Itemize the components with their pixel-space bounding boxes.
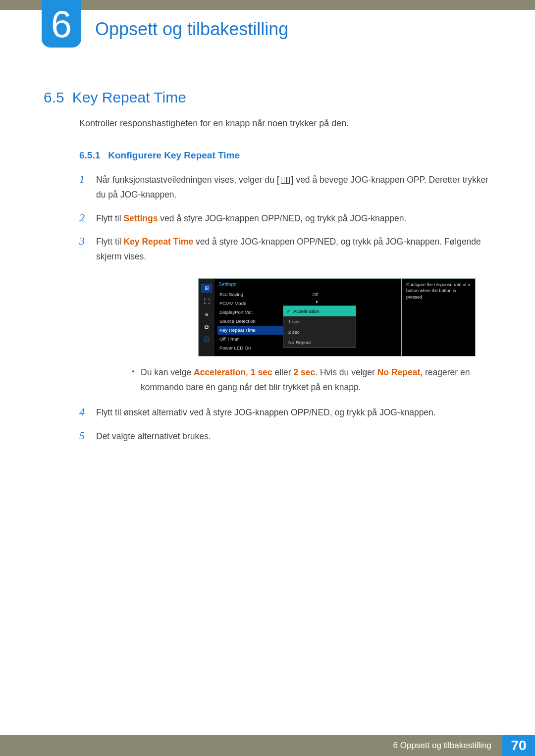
menu-icon xyxy=(281,177,290,184)
bullet-a: Du kan velge xyxy=(141,367,194,377)
subsection-number: 6.5.1 xyxy=(79,150,100,161)
note-bullet: ● Du kan velge Acceleration, 1 sec eller… xyxy=(132,365,495,395)
osd-description: Configure the response rate of a button … xyxy=(401,279,475,356)
osd-item-powerled: Power LED On xyxy=(217,344,291,353)
step-2-text-a: Flytt til xyxy=(96,213,123,223)
step-1-text-a: Når funksjonstastveiledningen vises, vel… xyxy=(96,175,279,185)
footer-text: 6 Oppsett og tilbakestilling xyxy=(393,741,491,751)
step-1: 1 Når funksjonstastveiledningen vises, v… xyxy=(79,173,495,202)
step-3-bold: Key Repeat Time xyxy=(123,237,193,247)
osd-menu-title: Settings xyxy=(218,282,294,287)
osd-value-off: Off xyxy=(294,292,319,297)
step-3-text: Flytt til Key Repeat Time ved å styre JO… xyxy=(96,235,495,264)
osd-popup-1sec: 1 sec xyxy=(283,316,356,327)
bullet-b2: 1 sec xyxy=(251,367,272,377)
bullet-b1: Acceleration xyxy=(194,367,246,377)
osd-popup: Acceleration 1 sec 2 sec No Repeat xyxy=(283,305,356,348)
step-2: 2 Flytt til Settings ved å styre JOG-kna… xyxy=(79,211,495,226)
section-heading: 6.5 Key Repeat Time xyxy=(44,89,495,106)
osd-item-krt: Key Repeat Time xyxy=(217,326,291,335)
osd-item-dp: DisplayPort Ver. xyxy=(217,308,291,317)
bullet-c: . Hvis du velger xyxy=(315,367,377,377)
step-list: 1 Når funksjonstastveiledningen vises, v… xyxy=(79,173,495,444)
resize-icon: ⛶ xyxy=(203,298,211,305)
step-2-bold: Settings xyxy=(123,213,158,223)
osd-sidebar: 🖥 ⛶ ≡ ✿ ⓘ xyxy=(199,279,214,356)
monitor-icon: 🖥 xyxy=(201,284,212,293)
step-4-text: Flytt til ønsket alternativ ved å styre … xyxy=(96,405,436,420)
step-2-text-b: ved å styre JOG-knappen OPP/NED, og tryk… xyxy=(158,213,406,223)
osd-item-offtimer: Off Timer xyxy=(217,335,291,344)
subsection-heading: 6.5.1 Konfigurere Key Repeat Time xyxy=(79,150,495,161)
info-icon: ⓘ xyxy=(203,336,211,344)
osd-popup-2sec: 2 sec xyxy=(283,327,356,337)
list-icon: ≡ xyxy=(203,310,211,318)
content: 6.5 Key Repeat Time Kontroller responsha… xyxy=(44,89,495,453)
step-4: 4 Flytt til ønsket alternativ ved å styr… xyxy=(79,405,495,420)
osd-item-source: Source Detection xyxy=(217,317,291,326)
bullet-comma: , xyxy=(246,367,251,377)
subsection-title: Konfigurere Key Repeat Time xyxy=(108,150,240,161)
step-2-number: 2 xyxy=(79,211,88,224)
step-5: 5 Det valgte alternativet brukes. xyxy=(79,429,495,444)
chapter-title: Oppsett og tilbakestilling xyxy=(95,19,288,40)
bullet-icon: ● xyxy=(132,365,135,395)
step-3: 3 Flytt til Key Repeat Time ved å styre … xyxy=(79,235,495,264)
gear-icon: ✿ xyxy=(203,323,211,331)
bullet-b3: 2 sec xyxy=(293,367,315,377)
bullet-text: Du kan velge Acceleration, 1 sec eller 2… xyxy=(141,365,495,395)
step-4-number: 4 xyxy=(79,405,88,418)
footer-band: 6 Oppsett og tilbakestilling 70 xyxy=(0,735,535,756)
step-3-number: 3 xyxy=(79,235,88,248)
step-5-number: 5 xyxy=(79,429,88,442)
intro-text: Kontroller responshastigheten for en kna… xyxy=(79,117,495,130)
osd-item-pcav: PC/AV Mode xyxy=(217,299,291,308)
step-1-text: Når funksjonstastveiledningen vises, vel… xyxy=(96,173,495,202)
step-2-text: Flytt til Settings ved å styre JOG-knapp… xyxy=(96,211,406,226)
osd-main: Settings Eco Saving PC/AV Mode DisplayPo… xyxy=(214,279,401,356)
osd-value-arrow: ▸ xyxy=(294,299,319,304)
section-title: Key Repeat Time xyxy=(72,89,186,106)
osd-menu: Settings Eco Saving PC/AV Mode DisplayPo… xyxy=(214,282,294,356)
chapter-tab: 6 xyxy=(42,0,81,48)
osd-item-eco: Eco Saving xyxy=(217,290,291,299)
step-1-number: 1 xyxy=(79,173,88,186)
osd-popup-accel: Acceleration xyxy=(283,306,356,316)
osd-popup-norepeat: No Repeat xyxy=(283,337,356,348)
bullet-b4: No Repeat xyxy=(377,367,421,377)
chapter-number: 6 xyxy=(51,2,72,46)
bullet-or: eller xyxy=(272,367,294,377)
section-number: 6.5 xyxy=(44,89,64,106)
footer-page: 70 xyxy=(502,735,535,756)
osd-figure: 🖥 ⛶ ≡ ✿ ⓘ Settings Eco Saving PC/AV Mode… xyxy=(198,278,495,356)
step-3-text-a: Flytt til xyxy=(96,237,123,247)
step-5-text: Det valgte alternativet brukes. xyxy=(96,429,211,444)
osd-screen: 🖥 ⛶ ≡ ✿ ⓘ Settings Eco Saving PC/AV Mode… xyxy=(198,278,476,356)
